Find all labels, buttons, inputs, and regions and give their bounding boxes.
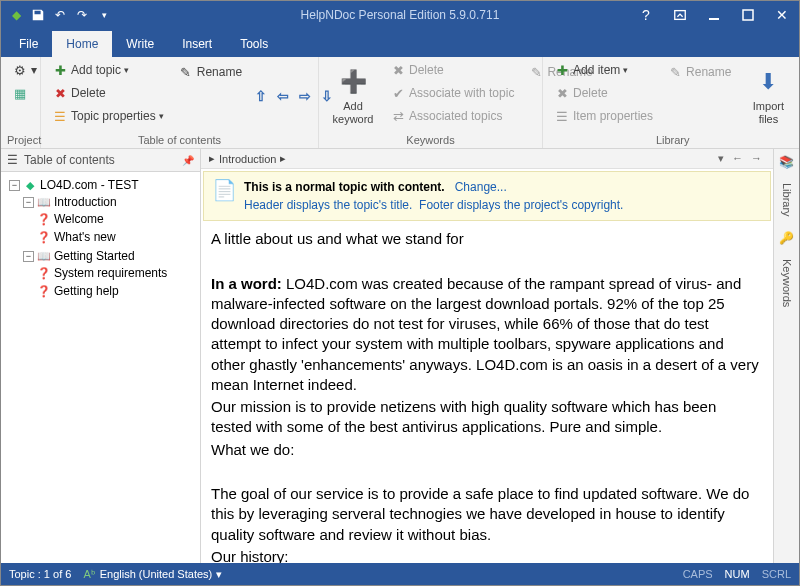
delete-icon: ✖ [554, 85, 570, 101]
add-topic-icon: ✚ [52, 62, 68, 78]
undo-icon[interactable]: ↶ [51, 6, 69, 24]
item-properties-button[interactable]: ☰Item properties [549, 105, 658, 127]
maximize-button[interactable] [731, 1, 765, 29]
grid-icon: ▦ [12, 85, 28, 101]
move-up-button[interactable]: ⇧ [251, 86, 271, 106]
move-right-button[interactable]: ⇨ [295, 86, 315, 106]
tab-home[interactable]: Home [52, 31, 112, 57]
tab-file[interactable]: File [5, 31, 52, 57]
group-label-project: Project [7, 132, 34, 148]
breadcrumb-chevron-icon[interactable]: ▸ [209, 152, 215, 165]
header-link[interactable]: Header displays the topic's title. [244, 198, 412, 212]
gear-icon: ⚙ [12, 62, 28, 78]
project-grid-button[interactable]: ▦ [7, 82, 42, 104]
right-sidebar: 📚 Library 🔑 Keywords [773, 149, 799, 563]
tree-root[interactable]: − ◆ LO4D.com - TEST [7, 177, 196, 193]
rename-topic-button[interactable]: ✎ Rename [173, 61, 247, 83]
collapse-icon[interactable]: − [23, 197, 34, 208]
tab-tools[interactable]: Tools [226, 31, 282, 57]
ribbon-toggle-button[interactable] [663, 1, 697, 29]
collapse-icon[interactable]: − [23, 251, 34, 262]
project-panel-title: Table of contents [24, 153, 115, 167]
spellcheck-icon: Aᵇ [83, 568, 95, 581]
move-left-button[interactable]: ⇦ [273, 86, 293, 106]
keywords-tab-icon[interactable]: 🔑 [779, 231, 794, 245]
delete-icon: ✖ [52, 85, 68, 101]
close-button[interactable]: ✕ [765, 1, 799, 29]
editor-area: ▸ Introduction ▸ ▾ ← → 📄 This is a norma… [201, 149, 773, 563]
rename-item-button[interactable]: ✎Rename [662, 61, 736, 83]
status-topic: Topic : 1 of 6 [9, 568, 71, 580]
properties-icon: ☰ [52, 108, 68, 124]
document-content[interactable]: A little about us and what we stand for … [201, 223, 773, 563]
tab-write[interactable]: Write [112, 31, 168, 57]
doc-paragraph: The goal of our service is to provide a … [211, 484, 759, 545]
footer-link[interactable]: Footer displays the project's copyright. [419, 198, 623, 212]
rename-icon: ✎ [178, 64, 194, 80]
breadcrumb-chevron-icon[interactable]: ▸ [280, 152, 286, 165]
add-item-button[interactable]: ✚ Add item ▾ [549, 59, 658, 81]
topic-icon: ❓ [37, 230, 51, 244]
tree-node-introduction[interactable]: − 📖 Introduction [21, 194, 196, 210]
tree-leaf[interactable]: ❓Getting help [35, 283, 196, 299]
qat-dropdown-icon[interactable]: ▾ [95, 6, 113, 24]
page-icon: 📄 [212, 178, 236, 202]
status-bar: Topic : 1 of 6 Aᵇ English (United States… [1, 563, 799, 585]
add-keyword-icon: ➕ [337, 66, 369, 98]
delete-item-button[interactable]: ✖Delete [549, 82, 658, 104]
status-scrl: SCRL [762, 568, 791, 580]
topic-tree[interactable]: − ◆ LO4D.com - TEST − 📖 Introduction [1, 172, 200, 563]
nav-prev-button[interactable]: ← [729, 152, 746, 165]
project-panel: ☰ Table of contents 📌 − ◆ LO4D.com - TES… [1, 149, 201, 563]
redo-icon[interactable]: ↷ [73, 6, 91, 24]
associated-topics-button[interactable]: ⇄Associated topics [385, 105, 519, 127]
import-files-button[interactable]: ⬇ Import files [740, 59, 796, 132]
keywords-tab[interactable]: Keywords [781, 259, 793, 307]
info-text: This is a normal topic with content. [244, 180, 445, 194]
minimize-button[interactable] [697, 1, 731, 29]
doc-heading: A little about us and what we stand for [211, 229, 759, 249]
topic-properties-button[interactable]: ☰ Topic properties ▾ [47, 105, 169, 127]
save-icon[interactable] [29, 6, 47, 24]
tree-node-getting-started[interactable]: − 📖 Getting Started [21, 248, 196, 264]
tree-leaf[interactable]: ❓System requirements [35, 265, 196, 281]
ribbon-tabs: File Home Write Insert Tools [1, 29, 799, 57]
group-label-library: Library [549, 132, 796, 148]
tree-leaf[interactable]: ❓What's new [35, 229, 196, 245]
add-keyword-button[interactable]: ➕ Add keyword [325, 59, 381, 132]
topic-icon: ❓ [37, 266, 51, 280]
topic-icon: ❓ [37, 212, 51, 226]
book-icon: 📖 [37, 249, 51, 263]
library-tab[interactable]: Library [781, 183, 793, 217]
nav-dropdown-button[interactable]: ▾ [715, 152, 727, 165]
project-icon: ◆ [23, 178, 37, 192]
change-link[interactable]: Change... [455, 180, 507, 194]
status-language[interactable]: Aᵇ English (United States) ▾ [83, 568, 222, 581]
doc-paragraph: In a word: LO4D.com was created because … [211, 274, 759, 396]
tab-insert[interactable]: Insert [168, 31, 226, 57]
nav-next-button[interactable]: → [748, 152, 765, 165]
svg-rect-2 [743, 10, 753, 20]
group-label-toc: Table of contents [47, 132, 312, 148]
delete-topic-button[interactable]: ✖ Delete [47, 82, 169, 104]
help-button[interactable]: ? [629, 1, 663, 29]
project-settings-button[interactable]: ⚙▾ [7, 59, 42, 81]
link-icon: ⇄ [390, 108, 406, 124]
rename-icon: ✎ [528, 64, 544, 80]
add-topic-button[interactable]: ✚ Add topic ▾ [47, 59, 169, 81]
toc-panel-icon: ☰ [7, 153, 18, 167]
collapse-icon[interactable]: − [9, 180, 20, 191]
breadcrumb-item[interactable]: Introduction [219, 153, 276, 165]
doc-paragraph: Our history: [211, 547, 759, 563]
library-tab-icon[interactable]: 📚 [779, 155, 794, 169]
panel-pin-icon[interactable]: 📌 [182, 155, 194, 166]
associate-keyword-button[interactable]: ✔Associate with topic [385, 82, 519, 104]
app-icon: ◆ [7, 6, 25, 24]
status-num: NUM [725, 568, 750, 580]
doc-paragraph: Our mission is to provide netizens with … [211, 397, 759, 438]
topic-icon: ❓ [37, 284, 51, 298]
properties-icon: ☰ [554, 108, 570, 124]
delete-keyword-button[interactable]: ✖Delete [385, 59, 519, 81]
group-label-keywords: Keywords [325, 132, 536, 148]
tree-leaf[interactable]: ❓Welcome [35, 211, 196, 227]
